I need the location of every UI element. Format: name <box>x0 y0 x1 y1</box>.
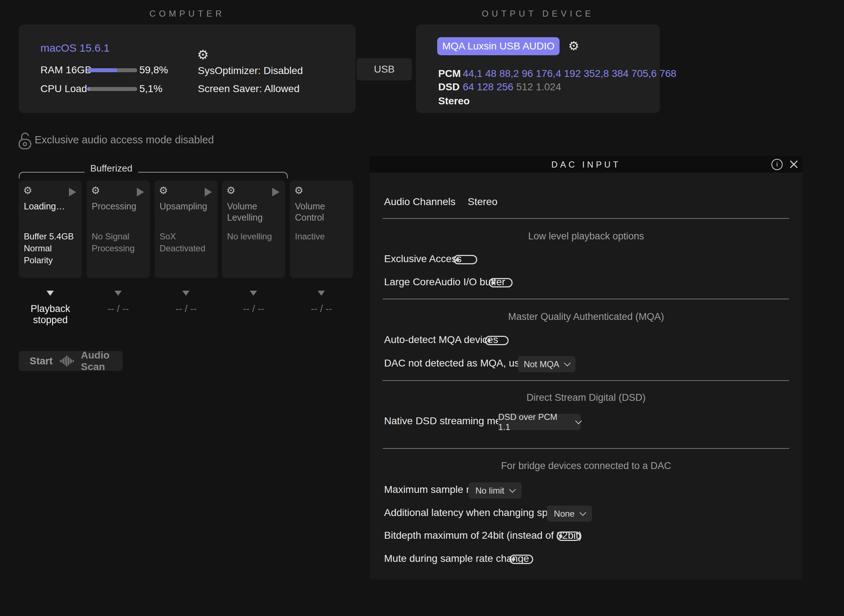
usb-connection-button[interactable]: USB <box>357 58 412 81</box>
status-down-arrow-icon <box>114 291 122 296</box>
card-gear-icon[interactable]: ⚙ <box>23 186 32 196</box>
cpu-percent: 5,1% <box>139 83 163 95</box>
card-title: Upsampling <box>160 201 214 212</box>
bufferized-group-bracket <box>19 172 288 178</box>
exclusive-access-toggle[interactable] <box>453 255 477 264</box>
card-play-arrow-icon <box>137 188 144 197</box>
additional-latency-dropdown[interactable]: None <box>547 506 592 522</box>
card-gear-icon[interactable]: ⚙ <box>226 186 235 196</box>
system-settings-gear-icon[interactable]: ⚙ <box>197 48 209 62</box>
chevron-down-icon <box>564 359 571 366</box>
info-icon[interactable]: i <box>771 159 782 170</box>
pipeline-card-volume-control[interactable]: ⚙ Volume Control Inactive <box>290 180 353 278</box>
start-audio-scan-button[interactable]: Start Audio Scan <box>19 351 123 371</box>
card-title: Volume Control <box>295 201 349 223</box>
os-version[interactable]: macOS 15.6.1 <box>40 42 110 54</box>
pipeline-card-loading[interactable]: ⚙ Loading… Buffer 5.4GBNormal Polarity <box>19 180 82 278</box>
pcm-rates: 44,1 48 88,2 96 176,4 192 352,8 384 705,… <box>463 68 677 79</box>
chevron-down-icon <box>575 418 582 424</box>
audio-channels-label: Audio Channels <box>384 196 456 207</box>
card-body: Buffer 5.4GBNormal Polarity <box>24 230 78 266</box>
pcm-rates-row: PCM44,1 48 88,2 96 176,4 192 352,8 384 7… <box>438 68 677 79</box>
audio-channels-row: Audio Channels Stereo <box>384 196 497 208</box>
dsd-label: DSD <box>438 81 463 93</box>
dsd-rates-supported: 64 128 256 <box>463 81 513 92</box>
cpu-load-bar-fill <box>87 87 90 91</box>
stage-rate-status: -- / -- <box>222 303 285 314</box>
card-body: No Signal Processing <box>92 230 145 254</box>
dsd-rates-row: DSD64 128 256 512 1.024 <box>438 81 561 93</box>
output-device-section-title: OUTPUT DEVICE <box>416 9 660 19</box>
audio-channels-value: Stereo <box>467 196 497 207</box>
app-window: COMPUTER macOS 15.6.1 ⚙ RAM 16GB 59,8% C… <box>0 0 844 616</box>
native-dsd-dropdown[interactable]: DSD over PCM 1.1 <box>498 414 581 430</box>
cpu-load-bar <box>87 87 137 91</box>
max-sample-rate-value: No limit <box>475 485 504 496</box>
section-divider <box>382 218 789 219</box>
sysoptimizer-status[interactable]: SysOptimizer: Disabled <box>198 65 303 76</box>
pcm-label: PCM <box>438 68 463 79</box>
computer-panel: macOS 15.6.1 ⚙ RAM 16GB 59,8% CPU Load 5… <box>19 25 356 113</box>
output-device-panel: MQA Luxsin USB AUDIO ⚙ PCM44,1 48 88,2 9… <box>416 25 660 113</box>
card-gear-icon[interactable]: ⚙ <box>294 186 303 196</box>
card-title: Volume Levelling <box>227 201 281 223</box>
bitdepth-max-toggle[interactable] <box>557 531 580 541</box>
native-dsd-value: DSD over PCM 1.1 <box>498 412 570 432</box>
playback-status: Playback stopped <box>19 303 82 326</box>
exclusive-access-label: Exclusive Access <box>384 253 462 265</box>
device-settings-gear-icon[interactable]: ⚙ <box>568 40 579 52</box>
audio-scan-label: Audio Scan <box>81 349 123 373</box>
exclusive-mode-banner: Exclusive audio access mode disabled <box>35 134 214 146</box>
section-divider <box>382 380 789 381</box>
card-title: Processing <box>92 201 146 212</box>
card-play-arrow-icon <box>69 188 76 197</box>
dac-input-panel: DAC INPUT i Audio Channels Stereo Low le… <box>370 156 803 579</box>
card-title: Loading… <box>24 201 78 212</box>
mqa-use-as-dropdown[interactable]: Not MQA <box>518 356 576 372</box>
ram-usage-bar <box>87 68 137 72</box>
card-body: Inactive <box>295 230 349 242</box>
section-divider <box>382 448 789 449</box>
bridge-heading: For bridge devices connected to a DAC <box>370 461 803 472</box>
pipeline-card-processing[interactable]: ⚙ Processing No Signal Processing <box>86 180 150 278</box>
bufferized-group-label: Bufferized <box>85 163 138 174</box>
max-sample-rate-dropdown[interactable]: No limit <box>469 483 522 499</box>
chevron-down-icon <box>509 486 516 493</box>
card-gear-icon[interactable]: ⚙ <box>159 186 168 196</box>
mqa-use-as-label: DAC not detected as MQA, use as <box>384 358 539 369</box>
mute-during-change-toggle[interactable] <box>509 554 533 564</box>
pipeline-card-volume-levelling[interactable]: ⚙ Volume Levelling No levelling <box>222 180 285 278</box>
dsd-heading: Direct Stream Digital (DSD) <box>370 392 803 403</box>
status-down-arrow-icon <box>47 291 54 296</box>
status-down-arrow-icon <box>250 291 257 296</box>
auto-detect-mqa-label: Auto-detect MQA devices <box>384 334 498 346</box>
additional-latency-value: None <box>554 509 574 519</box>
output-device-button[interactable]: MQA Luxsin USB AUDIO <box>437 37 560 55</box>
dac-input-header: DAC INPUT i <box>370 156 803 173</box>
close-icon[interactable] <box>789 160 799 169</box>
mqa-heading: Master Quality Authenticated (MQA) <box>370 311 803 323</box>
screensaver-status[interactable]: Screen Saver: Allowed <box>198 83 300 95</box>
card-gear-icon[interactable]: ⚙ <box>91 186 100 196</box>
ram-usage-bar-fill <box>87 68 117 72</box>
pipeline-card-upsampling[interactable]: ⚙ Upsampling SoXDeactivated <box>154 180 218 278</box>
status-down-arrow-icon <box>182 291 189 296</box>
unlocked-padlock-icon <box>17 131 34 150</box>
stage-rate-status: -- / -- <box>86 303 150 314</box>
dac-input-title: DAC INPUT <box>370 160 803 170</box>
card-play-arrow-icon <box>205 188 212 197</box>
large-coreaudio-buffer-toggle[interactable] <box>489 278 513 287</box>
status-down-arrow-icon <box>318 291 325 296</box>
ram-percent: 59,8% <box>139 64 168 76</box>
bitdepth-max-label: Bitdepth maximum of 24bit (instead of 32… <box>384 530 582 541</box>
stage-rate-status: -- / -- <box>154 303 218 314</box>
ram-label: RAM 16GB <box>40 64 92 76</box>
auto-detect-mqa-toggle[interactable] <box>485 336 508 345</box>
chevron-down-icon <box>579 509 586 516</box>
computer-section-title: COMPUTER <box>19 9 356 19</box>
large-buffer-label: Large CoreAudio I/O buffer <box>384 276 506 288</box>
stage-rate-status: -- / -- <box>290 303 353 314</box>
mqa-use-as-value: Not MQA <box>524 359 560 370</box>
mute-during-change-label: Mute during sample rate change <box>384 553 529 565</box>
card-play-arrow-icon <box>272 188 280 197</box>
